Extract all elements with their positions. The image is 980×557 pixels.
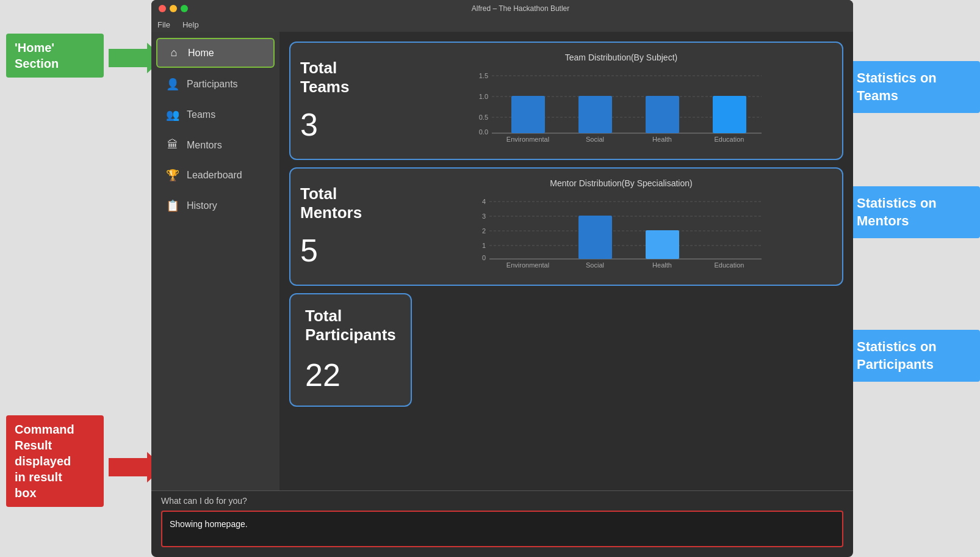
svg-text:0.5: 0.5 xyxy=(479,114,488,121)
svg-text:0: 0 xyxy=(482,254,486,261)
teams-stat-title: TotalTeams xyxy=(300,59,398,96)
teams-icon: 👥 xyxy=(166,108,179,122)
svg-rect-27 xyxy=(646,230,679,259)
app-body: ⌂ Home 👤 Participants 👥 Teams 🏛 Mentors … xyxy=(151,32,853,490)
sidebar-item-teams[interactable]: 👥 Teams xyxy=(156,101,275,129)
sidebar-item-teams-label: Teams xyxy=(187,109,215,120)
traffic-light-green[interactable] xyxy=(181,5,188,12)
mentors-chart-title: Mentor Distribution(By Specialisation) xyxy=(410,178,832,188)
sidebar-item-history[interactable]: 📋 History xyxy=(156,192,275,220)
teams-stat-left: TotalTeams 3 xyxy=(300,59,398,143)
svg-text:0.0: 0.0 xyxy=(479,128,488,136)
mentors-stat-card: TotalMentors 5 Mentor Distribution(By Sp… xyxy=(289,167,843,286)
sidebar-item-participants-label: Participants xyxy=(187,79,238,90)
stats-participants-annotation: Statistics on Participants xyxy=(846,330,980,382)
svg-text:Environmental: Environmental xyxy=(506,261,549,269)
svg-text:Social: Social xyxy=(586,136,604,143)
svg-text:1.5: 1.5 xyxy=(479,72,488,79)
menu-file[interactable]: File xyxy=(157,20,170,29)
app-window: Alfred – The Hackathon Butler File Help … xyxy=(151,0,853,557)
sidebar-item-home[interactable]: ⌂ Home xyxy=(156,38,275,68)
participants-stat-number: 22 xyxy=(305,357,396,393)
sidebar-item-home-label: Home xyxy=(188,48,214,59)
home-section-annotation: 'Home' Section xyxy=(6,34,104,78)
traffic-light-yellow[interactable] xyxy=(170,5,177,12)
svg-rect-11 xyxy=(713,96,746,133)
svg-text:Environmental: Environmental xyxy=(506,136,549,143)
teams-chart-title: Team Distribution(By Subject) xyxy=(410,53,832,62)
stats-mentors-annotation: Statistics on Mentors xyxy=(846,186,980,238)
mentors-stat-left: TotalMentors 5 xyxy=(300,184,398,269)
traffic-light-red[interactable] xyxy=(159,5,166,12)
participants-row: TotalParticipants 22 xyxy=(289,293,843,407)
svg-text:1.0: 1.0 xyxy=(479,93,488,100)
result-box[interactable]: Showing homepage. xyxy=(161,511,843,547)
sidebar-item-participants[interactable]: 👤 Participants xyxy=(156,70,275,98)
stats-teams-annotation: Statistics on Teams xyxy=(846,61,980,113)
svg-text:2: 2 xyxy=(482,227,486,235)
menu-help[interactable]: Help xyxy=(182,20,199,29)
svg-text:Social: Social xyxy=(586,261,604,269)
svg-text:4: 4 xyxy=(482,198,486,205)
mentors-stat-number: 5 xyxy=(300,232,398,269)
home-icon: ⌂ xyxy=(167,46,181,59)
svg-rect-8 xyxy=(511,96,545,133)
mentors-chart: Mentor Distribution(By Specialisation) 4… xyxy=(410,178,832,275)
participants-stat-title: TotalParticipants xyxy=(305,307,396,344)
command-result-annotation: Command Result displayed in result box xyxy=(6,415,104,507)
main-content: TotalTeams 3 Team Distribution(By Subjec… xyxy=(279,32,853,490)
svg-text:Health: Health xyxy=(652,261,672,269)
mentors-icon: 🏛 xyxy=(166,139,179,151)
teams-bar-chart: 1.5 1.0 0.5 0.0 xyxy=(410,67,832,147)
teams-stat-card: TotalTeams 3 Team Distribution(By Subjec… xyxy=(289,42,843,160)
menu-bar: File Help xyxy=(151,17,853,32)
svg-rect-10 xyxy=(646,96,679,133)
mentors-bar-chart: 4 3 2 1 0 xyxy=(410,193,832,272)
result-text: Showing homepage. xyxy=(170,519,248,529)
leaderboard-icon: 🏆 xyxy=(166,169,179,182)
traffic-lights xyxy=(159,5,188,12)
svg-rect-26 xyxy=(578,216,612,259)
participants-stat-card: TotalParticipants 22 xyxy=(289,293,412,407)
svg-text:Education: Education xyxy=(715,261,744,269)
svg-text:3: 3 xyxy=(482,213,486,220)
svg-text:1: 1 xyxy=(482,242,486,249)
window-title: Alfred – The Hackathon Butler xyxy=(195,4,846,13)
prompt-label: What can I do for you? xyxy=(161,496,843,506)
svg-rect-9 xyxy=(578,96,612,133)
sidebar-item-mentors[interactable]: 🏛 Mentors xyxy=(156,131,275,159)
sidebar-item-history-label: History xyxy=(187,200,217,211)
svg-text:Health: Health xyxy=(652,136,672,143)
title-bar: Alfred – The Hackathon Butler xyxy=(151,0,853,17)
svg-text:Education: Education xyxy=(715,136,744,143)
sidebar-item-leaderboard-label: Leaderboard xyxy=(187,170,242,181)
sidebar-item-leaderboard[interactable]: 🏆 Leaderboard xyxy=(156,161,275,189)
mentors-stat-title: TotalMentors xyxy=(300,184,398,222)
teams-stat-number: 3 xyxy=(300,106,398,143)
history-icon: 📋 xyxy=(166,199,179,213)
participants-icon: 👤 xyxy=(166,78,179,91)
sidebar-item-mentors-label: Mentors xyxy=(187,140,222,151)
sidebar: ⌂ Home 👤 Participants 👥 Teams 🏛 Mentors … xyxy=(151,32,279,490)
teams-chart: Team Distribution(By Subject) 1.5 1.0 0.… xyxy=(410,53,832,149)
bottom-area: What can I do for you? Showing homepage. xyxy=(151,490,853,557)
